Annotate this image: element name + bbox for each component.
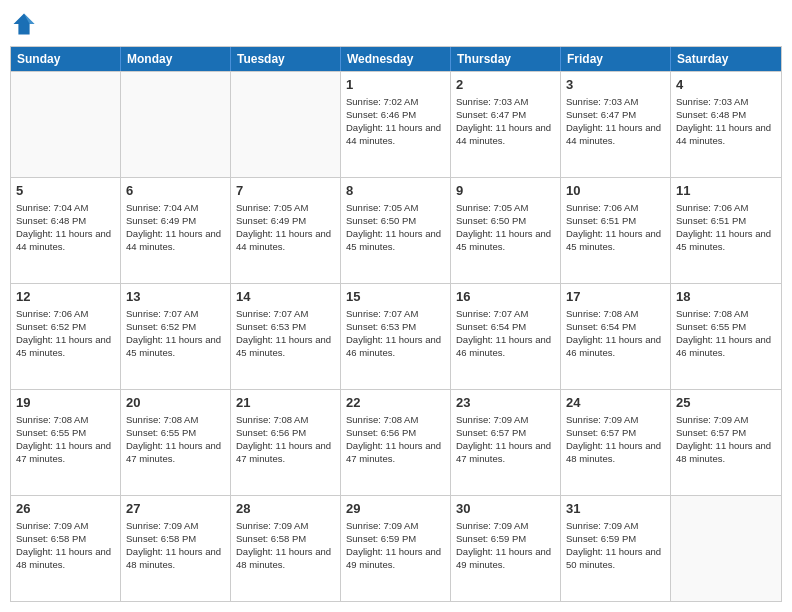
calendar-cell: 27Sunrise: 7:09 AM Sunset: 6:58 PM Dayli… <box>121 496 231 601</box>
calendar-cell: 25Sunrise: 7:09 AM Sunset: 6:57 PM Dayli… <box>671 390 781 495</box>
calendar: SundayMondayTuesdayWednesdayThursdayFrid… <box>10 46 782 602</box>
calendar-cell: 26Sunrise: 7:09 AM Sunset: 6:58 PM Dayli… <box>11 496 121 601</box>
day-number: 9 <box>456 182 555 200</box>
calendar-cell: 17Sunrise: 7:08 AM Sunset: 6:54 PM Dayli… <box>561 284 671 389</box>
calendar-cell: 16Sunrise: 7:07 AM Sunset: 6:54 PM Dayli… <box>451 284 561 389</box>
calendar-cell: 15Sunrise: 7:07 AM Sunset: 6:53 PM Dayli… <box>341 284 451 389</box>
cell-info: Sunrise: 7:04 AM Sunset: 6:49 PM Dayligh… <box>126 202 225 253</box>
day-number: 29 <box>346 500 445 518</box>
day-number: 3 <box>566 76 665 94</box>
weekday-header-saturday: Saturday <box>671 47 781 71</box>
cell-info: Sunrise: 7:06 AM Sunset: 6:51 PM Dayligh… <box>676 202 776 253</box>
cell-info: Sunrise: 7:08 AM Sunset: 6:55 PM Dayligh… <box>126 414 225 465</box>
day-number: 18 <box>676 288 776 306</box>
day-number: 22 <box>346 394 445 412</box>
weekday-header-friday: Friday <box>561 47 671 71</box>
calendar-row-3: 12Sunrise: 7:06 AM Sunset: 6:52 PM Dayli… <box>11 283 781 389</box>
calendar-body: 1Sunrise: 7:02 AM Sunset: 6:46 PM Daylig… <box>11 71 781 601</box>
cell-info: Sunrise: 7:09 AM Sunset: 6:59 PM Dayligh… <box>456 520 555 571</box>
calendar-cell: 12Sunrise: 7:06 AM Sunset: 6:52 PM Dayli… <box>11 284 121 389</box>
calendar-cell: 10Sunrise: 7:06 AM Sunset: 6:51 PM Dayli… <box>561 178 671 283</box>
cell-info: Sunrise: 7:09 AM Sunset: 6:58 PM Dayligh… <box>236 520 335 571</box>
calendar-cell: 18Sunrise: 7:08 AM Sunset: 6:55 PM Dayli… <box>671 284 781 389</box>
day-number: 11 <box>676 182 776 200</box>
calendar-cell: 7Sunrise: 7:05 AM Sunset: 6:49 PM Daylig… <box>231 178 341 283</box>
day-number: 25 <box>676 394 776 412</box>
day-number: 21 <box>236 394 335 412</box>
weekday-header-sunday: Sunday <box>11 47 121 71</box>
day-number: 31 <box>566 500 665 518</box>
page: SundayMondayTuesdayWednesdayThursdayFrid… <box>0 0 792 612</box>
cell-info: Sunrise: 7:04 AM Sunset: 6:48 PM Dayligh… <box>16 202 115 253</box>
header <box>10 10 782 38</box>
cell-info: Sunrise: 7:09 AM Sunset: 6:57 PM Dayligh… <box>566 414 665 465</box>
day-number: 26 <box>16 500 115 518</box>
cell-info: Sunrise: 7:07 AM Sunset: 6:53 PM Dayligh… <box>346 308 445 359</box>
calendar-cell: 31Sunrise: 7:09 AM Sunset: 6:59 PM Dayli… <box>561 496 671 601</box>
day-number: 10 <box>566 182 665 200</box>
calendar-cell: 22Sunrise: 7:08 AM Sunset: 6:56 PM Dayli… <box>341 390 451 495</box>
logo-icon <box>10 10 38 38</box>
calendar-cell <box>11 72 121 177</box>
cell-info: Sunrise: 7:07 AM Sunset: 6:53 PM Dayligh… <box>236 308 335 359</box>
day-number: 15 <box>346 288 445 306</box>
cell-info: Sunrise: 7:09 AM Sunset: 6:57 PM Dayligh… <box>676 414 776 465</box>
day-number: 6 <box>126 182 225 200</box>
day-number: 1 <box>346 76 445 94</box>
day-number: 17 <box>566 288 665 306</box>
cell-info: Sunrise: 7:05 AM Sunset: 6:49 PM Dayligh… <box>236 202 335 253</box>
cell-info: Sunrise: 7:07 AM Sunset: 6:52 PM Dayligh… <box>126 308 225 359</box>
cell-info: Sunrise: 7:06 AM Sunset: 6:51 PM Dayligh… <box>566 202 665 253</box>
calendar-row-5: 26Sunrise: 7:09 AM Sunset: 6:58 PM Dayli… <box>11 495 781 601</box>
day-number: 13 <box>126 288 225 306</box>
cell-info: Sunrise: 7:08 AM Sunset: 6:55 PM Dayligh… <box>16 414 115 465</box>
calendar-cell: 19Sunrise: 7:08 AM Sunset: 6:55 PM Dayli… <box>11 390 121 495</box>
calendar-cell: 9Sunrise: 7:05 AM Sunset: 6:50 PM Daylig… <box>451 178 561 283</box>
calendar-cell: 20Sunrise: 7:08 AM Sunset: 6:55 PM Dayli… <box>121 390 231 495</box>
day-number: 19 <box>16 394 115 412</box>
day-number: 4 <box>676 76 776 94</box>
weekday-header-tuesday: Tuesday <box>231 47 341 71</box>
day-number: 16 <box>456 288 555 306</box>
cell-info: Sunrise: 7:02 AM Sunset: 6:46 PM Dayligh… <box>346 96 445 147</box>
cell-info: Sunrise: 7:06 AM Sunset: 6:52 PM Dayligh… <box>16 308 115 359</box>
calendar-cell: 4Sunrise: 7:03 AM Sunset: 6:48 PM Daylig… <box>671 72 781 177</box>
calendar-cell: 8Sunrise: 7:05 AM Sunset: 6:50 PM Daylig… <box>341 178 451 283</box>
calendar-cell: 13Sunrise: 7:07 AM Sunset: 6:52 PM Dayli… <box>121 284 231 389</box>
calendar-cell: 29Sunrise: 7:09 AM Sunset: 6:59 PM Dayli… <box>341 496 451 601</box>
day-number: 27 <box>126 500 225 518</box>
cell-info: Sunrise: 7:03 AM Sunset: 6:48 PM Dayligh… <box>676 96 776 147</box>
calendar-row-2: 5Sunrise: 7:04 AM Sunset: 6:48 PM Daylig… <box>11 177 781 283</box>
calendar-cell: 5Sunrise: 7:04 AM Sunset: 6:48 PM Daylig… <box>11 178 121 283</box>
day-number: 2 <box>456 76 555 94</box>
weekday-header-wednesday: Wednesday <box>341 47 451 71</box>
cell-info: Sunrise: 7:08 AM Sunset: 6:56 PM Dayligh… <box>236 414 335 465</box>
calendar-row-4: 19Sunrise: 7:08 AM Sunset: 6:55 PM Dayli… <box>11 389 781 495</box>
cell-info: Sunrise: 7:07 AM Sunset: 6:54 PM Dayligh… <box>456 308 555 359</box>
calendar-cell: 1Sunrise: 7:02 AM Sunset: 6:46 PM Daylig… <box>341 72 451 177</box>
calendar-cell: 14Sunrise: 7:07 AM Sunset: 6:53 PM Dayli… <box>231 284 341 389</box>
cell-info: Sunrise: 7:05 AM Sunset: 6:50 PM Dayligh… <box>456 202 555 253</box>
calendar-header: SundayMondayTuesdayWednesdayThursdayFrid… <box>11 47 781 71</box>
logo <box>10 10 42 38</box>
cell-info: Sunrise: 7:09 AM Sunset: 6:57 PM Dayligh… <box>456 414 555 465</box>
calendar-cell: 2Sunrise: 7:03 AM Sunset: 6:47 PM Daylig… <box>451 72 561 177</box>
day-number: 14 <box>236 288 335 306</box>
cell-info: Sunrise: 7:08 AM Sunset: 6:54 PM Dayligh… <box>566 308 665 359</box>
calendar-cell: 3Sunrise: 7:03 AM Sunset: 6:47 PM Daylig… <box>561 72 671 177</box>
day-number: 5 <box>16 182 115 200</box>
day-number: 7 <box>236 182 335 200</box>
cell-info: Sunrise: 7:09 AM Sunset: 6:59 PM Dayligh… <box>346 520 445 571</box>
day-number: 30 <box>456 500 555 518</box>
calendar-cell: 11Sunrise: 7:06 AM Sunset: 6:51 PM Dayli… <box>671 178 781 283</box>
calendar-row-1: 1Sunrise: 7:02 AM Sunset: 6:46 PM Daylig… <box>11 71 781 177</box>
cell-info: Sunrise: 7:05 AM Sunset: 6:50 PM Dayligh… <box>346 202 445 253</box>
weekday-header-monday: Monday <box>121 47 231 71</box>
day-number: 28 <box>236 500 335 518</box>
cell-info: Sunrise: 7:09 AM Sunset: 6:58 PM Dayligh… <box>126 520 225 571</box>
calendar-cell: 21Sunrise: 7:08 AM Sunset: 6:56 PM Dayli… <box>231 390 341 495</box>
day-number: 20 <box>126 394 225 412</box>
cell-info: Sunrise: 7:09 AM Sunset: 6:59 PM Dayligh… <box>566 520 665 571</box>
calendar-cell: 6Sunrise: 7:04 AM Sunset: 6:49 PM Daylig… <box>121 178 231 283</box>
cell-info: Sunrise: 7:03 AM Sunset: 6:47 PM Dayligh… <box>456 96 555 147</box>
